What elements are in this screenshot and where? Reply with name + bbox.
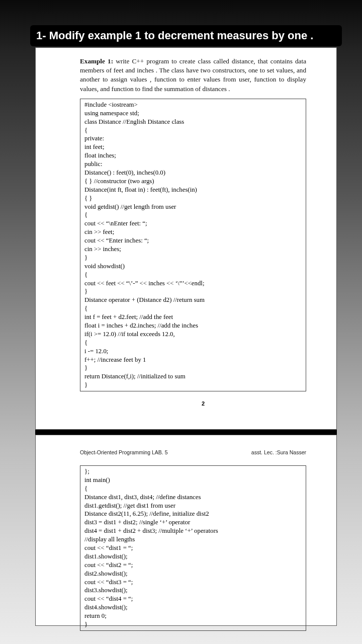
document-backdrop: 1- Modify example 1 to decrement measure… (0, 0, 362, 644)
example-label: Example 1: (80, 57, 113, 65)
example-prompt: Example 1: write C++ program to create c… (80, 57, 306, 94)
header-author: asst. Lec. :Sura Nasser (251, 449, 306, 455)
example-description: write C++ program to create class called… (80, 57, 306, 93)
header-course: Object-Oriented Programming LAB. 5 (80, 449, 168, 455)
code-listing-2: }; int main() { Distance dist1, dist3, d… (84, 467, 302, 629)
page-2: Object-Oriented Programming LAB. 5 asst.… (35, 435, 337, 626)
page-1: Example 1: write C++ program to create c… (35, 47, 337, 430)
page-header: Object-Oriented Programming LAB. 5 asst.… (80, 449, 306, 455)
page-number: 2 (80, 400, 326, 407)
code-box-1: #include <iostream> using namespace std;… (80, 99, 306, 391)
question-title: 1- Modify example 1 to decrement measure… (30, 25, 342, 46)
page-separator (35, 430, 337, 435)
pages-stack: Example 1: write C++ program to create c… (35, 47, 337, 626)
code-box-2: }; int main() { Distance dist1, dist3, d… (80, 465, 306, 631)
code-listing-1: #include <iostream> using namespace std;… (84, 101, 302, 389)
